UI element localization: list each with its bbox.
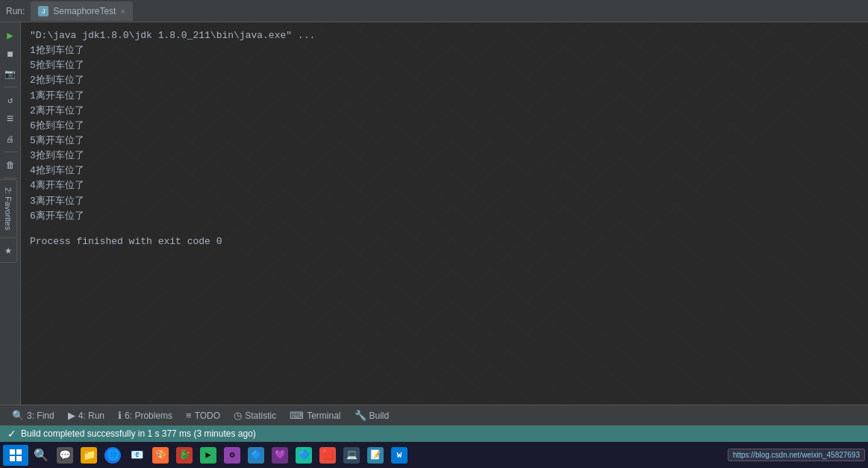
toolbar-separator-3: [4, 178, 17, 178]
search-taskbar-btn[interactable]: 🔍: [30, 445, 52, 466]
taskbar-app-7-icon: 🔷: [296, 447, 312, 464]
toolbar-separator-1: [4, 87, 17, 87]
taskbar-app-group: 🎨 🐉 ▶ ⚙ 🔷 💜 🔷 🟥 💻 📝 W: [149, 445, 410, 466]
status-icon: ✓: [7, 428, 16, 440]
taskbar-app-7[interactable]: 🔷: [293, 445, 315, 466]
bottom-btn-label-2: 6: Problems: [125, 411, 172, 421]
bottom-btn-icon-6: 🔧: [355, 410, 366, 421]
browser-taskbar-btn[interactable]: 🌐: [102, 445, 124, 466]
taskbar-app-5-icon: 🔷: [248, 447, 264, 464]
bottom-btn-label-0: 3: Find: [27, 411, 54, 421]
print-button[interactable]: 🖨: [2, 131, 19, 147]
bottom-btn-build[interactable]: 🔧Build: [349, 408, 396, 423]
taskbar-app-3[interactable]: ▶: [197, 445, 219, 466]
snapshot-button[interactable]: 📷: [2, 66, 19, 82]
bottom-btn-icon-5: ⌨: [290, 410, 304, 421]
main-area: ▶ ■ 📷 ↺ ≡ 🖨 🗑 👥 📌 "D:\java jdk1.8.0\jdk …: [0, 22, 868, 405]
taskbar-app-11[interactable]: W: [388, 445, 410, 466]
status-message: Build completed successfully in 1 s 377 …: [21, 428, 256, 439]
taskbar-app-4[interactable]: ⚙: [221, 445, 243, 466]
taskbar-right: https://blog.csdn.net/weixin_45827693: [728, 449, 865, 461]
output-line: 2离开车位了: [30, 104, 859, 119]
taskbar-app-5[interactable]: 🔷: [245, 445, 267, 466]
svg-rect-53: [10, 456, 15, 461]
output-line: 2抢到车位了: [30, 73, 859, 88]
favorites-panel: 2: Favorites ★: [0, 179, 17, 263]
favorites-label: 2: Favorites: [4, 187, 13, 230]
bottom-btn-label-3: TODO: [195, 411, 220, 421]
tab-close-button[interactable]: ×: [120, 7, 125, 16]
output-line: 3离开车位了: [30, 194, 859, 209]
taskbar-app-10-icon: 📝: [367, 447, 384, 464]
explorer-taskbar-icon: 📁: [81, 447, 97, 464]
console-output: "D:\java jdk1.8.0\jdk 1.8.0_211\bin\java…: [21, 22, 868, 405]
taskbar-app-1[interactable]: 🎨: [149, 445, 172, 466]
output-line: 6离开车位了: [30, 209, 859, 224]
chat-taskbar-btn[interactable]: 💬: [54, 445, 76, 466]
taskbar-app-6-icon: 💜: [272, 447, 288, 464]
output-line: 4抢到车位了: [30, 163, 859, 178]
output-line: 1离开车位了: [30, 89, 859, 104]
taskbar-app-3-icon: ▶: [200, 447, 216, 464]
output-line: 1抢到车位了: [30, 43, 859, 58]
semaphore-tab[interactable]: J SemaphoreTest ×: [31, 1, 132, 21]
svg-rect-54: [16, 456, 22, 461]
search-taskbar-icon: 🔍: [33, 447, 49, 464]
taskbar-app-4-icon: ⚙: [224, 447, 240, 464]
status-text: ✓ Build completed successfully in 1 s 37…: [7, 428, 256, 440]
toolbar-separator-2: [4, 152, 17, 152]
output-line: 6抢到车位了: [30, 119, 859, 134]
bottom-btn-todo[interactable]: ≡TODO: [180, 408, 226, 423]
email-taskbar-icon: 📧: [128, 447, 145, 464]
output-line: 4离开车位了: [30, 178, 859, 193]
bottom-btn-icon-1: ▶: [68, 410, 75, 421]
chat-taskbar-icon: 💬: [57, 447, 73, 464]
taskbar-app-9[interactable]: 💻: [340, 445, 363, 466]
star-button[interactable]: ★: [0, 238, 17, 263]
taskbar-app-1-icon: 🎨: [152, 447, 169, 464]
output-line: 3抢到车位了: [30, 149, 859, 163]
tab-icon: J: [38, 6, 49, 16]
windows-icon: [10, 449, 22, 461]
command-line: "D:\java jdk1.8.0\jdk 1.8.0_211\bin\java…: [30, 28, 859, 43]
windows-button[interactable]: [3, 445, 28, 466]
taskbar-app-6[interactable]: 💜: [269, 445, 291, 466]
output-line: 5离开车位了: [30, 134, 859, 149]
bottom-btn-label-5: Terminal: [307, 411, 340, 421]
taskbar-app-11-icon: W: [391, 447, 408, 464]
taskbar-app-8[interactable]: 🟥: [316, 445, 339, 466]
favorites-tab[interactable]: 2: Favorites: [0, 179, 17, 238]
explorer-taskbar-btn[interactable]: 📁: [78, 445, 100, 466]
bottom-btn-label-6: Build: [369, 411, 390, 421]
taskbar-app-8-icon: 🟥: [319, 447, 336, 464]
email-taskbar-btn[interactable]: 📧: [125, 445, 148, 466]
status-bar: ✓ Build completed successfully in 1 s 37…: [0, 425, 868, 442]
bottom-btn-icon-3: ≡: [186, 410, 192, 421]
stop-button[interactable]: ■: [2, 46, 19, 63]
rerun-button[interactable]: ↺: [2, 92, 19, 108]
taskbar: 🔍 💬 📁 🌐 📧 🎨 🐉 ▶ ⚙ 🔷 💜 🔷 🟥 💻 📝 W: [0, 442, 868, 468]
taskbar-url[interactable]: https://blog.csdn.net/weixin_45827693: [728, 449, 865, 461]
bottom-toolbar: 🔍3: Find▶4: Runℹ6: Problems≡TODO◷Statist…: [0, 405, 868, 425]
bottom-btn-icon-2: ℹ: [118, 410, 122, 421]
taskbar-app-9-icon: 💻: [343, 447, 360, 464]
bottom-btn-terminal[interactable]: ⌨Terminal: [284, 408, 346, 423]
browser-taskbar-icon: 🌐: [104, 447, 121, 464]
taskbar-app-2[interactable]: 🐉: [173, 445, 196, 466]
bottom-btn-4--run[interactable]: ▶4: Run: [62, 408, 110, 423]
clear-button[interactable]: 🗑: [2, 157, 19, 173]
bottom-btn-statistic[interactable]: ◷Statistic: [228, 408, 282, 423]
bottom-btn-3--find[interactable]: 🔍3: Find: [6, 408, 60, 423]
run-label: Run:: [6, 6, 25, 16]
svg-rect-52: [16, 449, 22, 455]
svg-rect-51: [10, 449, 15, 455]
bottom-btn-6--problems[interactable]: ℹ6: Problems: [112, 408, 178, 423]
taskbar-app-2-icon: 🐉: [176, 447, 193, 464]
dump-button[interactable]: ≡: [2, 111, 19, 128]
bottom-btn-label-4: Statistic: [245, 411, 276, 421]
run-button[interactable]: ▶: [2, 27, 19, 43]
bottom-btn-icon-0: 🔍: [12, 410, 24, 421]
exit-line: Process finished with exit code 0: [30, 234, 859, 249]
bottom-btn-icon-4: ◷: [234, 410, 242, 421]
taskbar-app-10[interactable]: 📝: [364, 445, 387, 466]
